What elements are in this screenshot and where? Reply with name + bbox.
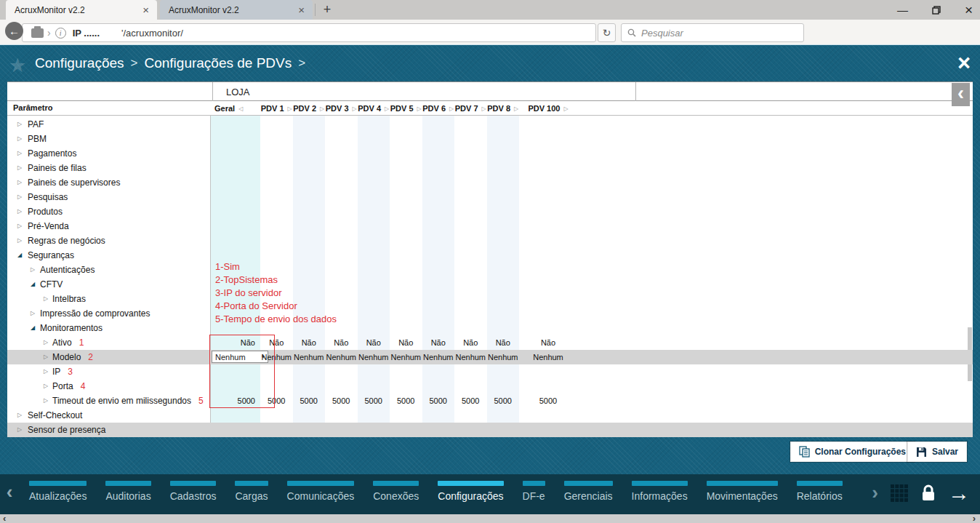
back-button[interactable]: ← <box>5 22 23 40</box>
browser-tab-1[interactable]: AcruxMonitor v2.2 × <box>6 0 157 20</box>
sort-right-arrow-icon[interactable]: ▷ <box>563 105 568 112</box>
sort-right-arrow-icon[interactable]: ▷ <box>482 105 486 112</box>
tree-collapsed-icon[interactable]: ▷ <box>44 397 48 404</box>
tab-close-icon[interactable]: × <box>141 4 150 15</box>
nav-item-conexões[interactable]: Conexões <box>373 481 419 514</box>
tree-row-produtos[interactable]: ▷Produtos <box>7 204 973 219</box>
tree-row-pré-venda[interactable]: ▷Pré-Venda <box>7 219 973 233</box>
tree-collapsed-icon[interactable]: ▷ <box>44 368 48 375</box>
tree-collapsed-icon[interactable]: ▷ <box>44 339 48 346</box>
column-header-pdv-4[interactable]: PDV 4▷ <box>358 103 390 114</box>
tab-close-icon[interactable]: × <box>297 4 306 15</box>
tree-collapsed-icon[interactable]: ▷ <box>17 164 22 171</box>
tree-collapsed-icon[interactable]: ▷ <box>17 223 22 229</box>
window-close-button[interactable]: × <box>965 3 973 17</box>
tree-row-sensor-de-presença[interactable]: ▷Sensor de presença <box>7 423 973 437</box>
tree-collapsed-icon[interactable]: ▷ <box>31 266 35 273</box>
nav-overflow-chevron[interactable]: › <box>872 482 878 504</box>
breadcrumb-configuracoes-de-pdvs[interactable]: Configurações de PDVs <box>144 55 292 71</box>
tree-collapsed-icon[interactable]: ▷ <box>17 121 22 127</box>
close-icon[interactable]: × <box>957 49 971 77</box>
nav-item-gerenciais[interactable]: Gerenciais <box>564 481 613 514</box>
column-header-pdv-100[interactable]: PDV 100▷ <box>519 103 577 114</box>
tree-row-modelo[interactable]: ▷Modelo2Nenhum▾NenhumNenhumNenhumNenhumN… <box>7 350 973 364</box>
tree-collapsed-icon[interactable]: ▷ <box>17 179 22 185</box>
horizontal-scrollbar[interactable]: ‹ › <box>0 514 980 523</box>
sort-right-arrow-icon[interactable]: ▷ <box>417 105 422 112</box>
tree-collapsed-icon[interactable]: ▷ <box>17 193 22 200</box>
tree-row-paineis-de-filas[interactable]: ▷Paineis de filas <box>7 161 973 175</box>
tree-collapsed-icon[interactable]: ▷ <box>44 383 48 389</box>
browser-tab-2[interactable]: AcruxMonitor v2.2 × <box>160 0 313 20</box>
sort-right-arrow-icon[interactable]: ▷ <box>320 105 324 112</box>
sort-right-arrow-icon[interactable]: ▷ <box>288 105 292 112</box>
tree-row-autenticações[interactable]: ▷Autenticações <box>7 263 973 277</box>
column-header-pdv-5[interactable]: PDV 5▷ <box>390 103 422 114</box>
tree-collapsed-icon[interactable]: ▷ <box>44 354 48 360</box>
tree-collapsed-icon[interactable]: ▷ <box>44 295 48 302</box>
tree-row-timeout-de-envio-em-milissegundos[interactable]: ▷Timeout de envio em milissegundos550005… <box>7 394 973 408</box>
breadcrumb-configuracoes[interactable]: Configurações <box>35 55 124 71</box>
tree-expanded-icon[interactable]: ◢ <box>31 324 35 331</box>
tree-row-ativo[interactable]: ▷Ativo1NãoNãoNãoNãoNãoNãoNãoNãoNãoNão <box>7 335 973 350</box>
reload-button[interactable]: ↻ <box>598 23 616 42</box>
nav-item-cargas[interactable]: Cargas <box>235 481 268 514</box>
tree-row-monitoramentos[interactable]: ◢Monitoramentos <box>7 321 973 335</box>
window-restore-button[interactable] <box>932 6 941 15</box>
tree-collapsed-icon[interactable]: ▷ <box>17 208 22 215</box>
clone-configurations-button[interactable]: Clonar Configurações <box>790 442 915 462</box>
tree-expanded-icon[interactable]: ◢ <box>17 252 22 258</box>
nav-collapse-chevron[interactable]: ‹ <box>0 474 19 514</box>
tree-row-porta[interactable]: ▷Porta4 <box>7 379 973 394</box>
tree-collapsed-icon[interactable]: ▷ <box>17 237 22 244</box>
tree-expanded-icon[interactable]: ◢ <box>31 281 35 287</box>
scroll-right-arrow[interactable]: › <box>973 513 976 523</box>
sort-left-arrow-icon[interactable]: ◁ <box>238 105 243 112</box>
scroll-left-arrow[interactable]: ‹ <box>3 513 6 523</box>
nav-item-comunicações[interactable]: Comunicações <box>287 481 355 514</box>
tree-row-intelbras[interactable]: ▷Intelbras <box>7 292 973 306</box>
tree-row-paineis-de-supervisores[interactable]: ▷Paineis de supervisores <box>7 175 973 190</box>
new-tab-button[interactable]: + <box>318 1 336 18</box>
column-header-pdv-8[interactable]: PDV 8▷ <box>487 103 520 114</box>
tree-collapsed-icon[interactable]: ▷ <box>17 412 22 418</box>
window-minimize-button[interactable]: — <box>897 4 908 15</box>
nav-item-atualizações[interactable]: Atualizações <box>29 481 87 514</box>
search-input[interactable]: Pesquisar <box>621 23 804 42</box>
tree-row-pbm[interactable]: ▷PBM <box>7 132 973 146</box>
tree-row-pagamentos[interactable]: ▷Pagamentos <box>7 146 973 161</box>
nav-item-relatórios[interactable]: Relatórios <box>797 481 843 514</box>
tree-row-pesquisas[interactable]: ▷Pesquisas <box>7 190 973 204</box>
tree-row-self-checkout[interactable]: ▷Self-Checkout <box>7 408 973 423</box>
column-header-pdv-6[interactable]: PDV 6▷ <box>422 103 455 114</box>
tree-row-impressão-de-comprovantes[interactable]: ▷Impressão de comprovantes <box>7 306 973 321</box>
lock-icon[interactable] <box>920 484 936 502</box>
logout-arrow-icon[interactable]: → <box>948 482 970 504</box>
column-header-pdv-7[interactable]: PDV 7▷ <box>454 103 487 114</box>
nav-item-movimentações[interactable]: Movimentações <box>707 481 778 514</box>
column-header-geral[interactable]: Geral◁ <box>211 103 260 114</box>
url-bar[interactable]: › i IP ...... '/acruxmonitor/ <box>22 23 596 42</box>
panel-collapse-button[interactable]: ‹ <box>952 83 970 106</box>
column-header-pdv-2[interactable]: PDV 2▷ <box>293 103 326 114</box>
sort-right-arrow-icon[interactable]: ▷ <box>514 105 518 112</box>
tree-row-seguranças[interactable]: ◢Seguranças <box>7 248 973 263</box>
column-header-pdv-1[interactable]: PDV 1▷ <box>260 103 293 114</box>
site-info-icon[interactable]: i <box>55 28 66 39</box>
tree-collapsed-icon[interactable]: ▷ <box>17 135 22 142</box>
tree-row-cftv[interactable]: ◢CFTV <box>7 277 973 292</box>
nav-item-cadastros[interactable]: Cadastros <box>170 481 217 514</box>
tree-row-paf[interactable]: ▷PAF <box>7 117 973 132</box>
nav-item-df-e[interactable]: DF-e <box>523 481 545 514</box>
nav-item-informações[interactable]: Informações <box>632 481 688 514</box>
column-header-pdv-3[interactable]: PDV 3▷ <box>325 103 358 114</box>
tree-collapsed-icon[interactable]: ▷ <box>17 426 22 433</box>
tree-collapsed-icon[interactable]: ▷ <box>31 310 35 316</box>
save-button[interactable]: Salvar <box>907 442 967 462</box>
sort-right-arrow-icon[interactable]: ▷ <box>449 105 454 112</box>
sort-right-arrow-icon[interactable]: ▷ <box>385 105 389 112</box>
tree-collapsed-icon[interactable]: ▷ <box>17 150 22 156</box>
sort-right-arrow-icon[interactable]: ▷ <box>353 105 357 112</box>
tree-row-regras-de-negócios[interactable]: ▷Regras de negócios <box>7 233 973 248</box>
apps-grid-icon[interactable] <box>890 484 909 503</box>
